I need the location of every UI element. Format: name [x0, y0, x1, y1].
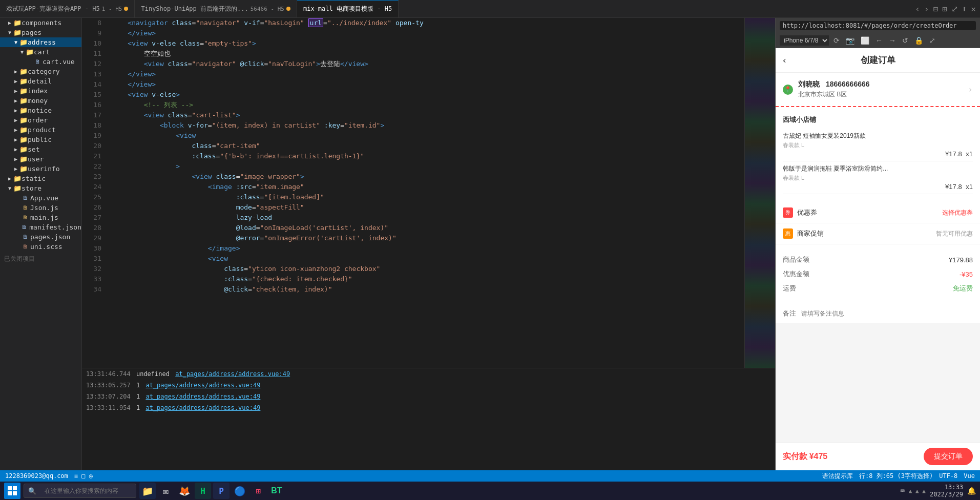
sidebar-item-store[interactable]: ▼ 📁 store	[0, 183, 81, 193]
coupon-value[interactable]: 选择优惠券	[942, 209, 973, 217]
back-btn[interactable]: ←	[874, 35, 884, 46]
taskbar-app-hbuilder[interactable]: H	[195, 483, 211, 499]
arrow-icon: ▶	[14, 108, 17, 113]
code-line-29: @error="onImageError('cartList', index)"	[112, 233, 744, 243]
sidebar-item-category[interactable]: ▶ 📁 category	[0, 67, 81, 76]
sidebar-item-product[interactable]: ▶ 📁 product	[0, 125, 81, 135]
sidebar-item-set[interactable]: ▶ 📁 set	[0, 144, 81, 154]
coupon-amount: -¥35	[960, 270, 973, 278]
split-icon[interactable]: ⊟	[933, 4, 938, 14]
sidebar-item-close-project[interactable]: 已关闭项目	[0, 252, 81, 266]
address-section[interactable]: 📍 刘晓晓 18666666666 北京市东城区 B区 ›	[776, 73, 980, 107]
editor-statusbar: 1228369023@qq.com ≡ □ ◎ 语法提示库 行:8 列:65 (…	[0, 470, 980, 482]
price-val-1: ¥17.8	[945, 150, 962, 158]
code-editor[interactable]: 8 9 10 11 12 13 14 15 16 17 18 19 20 21 …	[82, 18, 775, 470]
rotate-btn[interactable]: ⟳	[832, 35, 841, 46]
sidebar-item-money[interactable]: ▶ 📁 money	[0, 96, 81, 106]
folder-icon: 📁	[26, 48, 34, 56]
inspect-btn[interactable]: ⬜	[859, 35, 871, 46]
collapse-icon[interactable]: ⬆	[962, 4, 967, 14]
screenshot-btn[interactable]: 📷	[844, 35, 856, 46]
taskbar-app-grid[interactable]: ⊞	[250, 483, 266, 499]
sidebar-item-uni-scss[interactable]: 🗎 uni.scss	[0, 242, 81, 252]
sidebar-item-app-vue[interactable]: 🗎 App.vue	[0, 193, 81, 203]
start-button[interactable]	[4, 483, 20, 499]
code-line-27: lazy-load	[112, 213, 744, 223]
coupon-row[interactable]: 券 优惠券 选择优惠券	[776, 202, 980, 223]
sidebar-label-store: store	[22, 184, 41, 192]
forward-btn[interactable]: →	[887, 35, 898, 46]
grid-icon: ⊞	[256, 486, 261, 496]
taskbar-app-app2[interactable]: 🔵	[232, 483, 248, 499]
coupon-price-row: 优惠金额 -¥35	[783, 267, 973, 281]
taskbar-app-explorer[interactable]: 📁	[139, 483, 156, 499]
close-tab-icon[interactable]: ✕	[971, 4, 976, 14]
search-bar[interactable]: 🔍	[24, 484, 136, 498]
mail-icon: ✉	[163, 486, 169, 496]
sidebar-item-cart-vue[interactable]: 🗎 cart.vue	[0, 57, 81, 67]
file-icon: 🗎	[22, 224, 27, 231]
sidebar-item-pages-json[interactable]: 🗎 pages.json	[0, 232, 81, 242]
code-line-13: </view>	[112, 69, 744, 79]
nav-prev-icon[interactable]: ‹	[915, 4, 920, 14]
sidebar-item-cart[interactable]: ▼ 📁 cart	[0, 47, 81, 57]
firefox-icon: 🦊	[179, 486, 190, 496]
position-info: 行:8 列:65 (3字符选择)	[859, 472, 933, 481]
sidebar-item-main-js[interactable]: 🗎 main.js	[0, 213, 81, 222]
taskbar-app-jetbrains[interactable]: BT	[268, 483, 285, 499]
code-line-20: class="cart-item"	[112, 141, 744, 151]
keyboard-icon[interactable]: ⌨	[900, 487, 904, 495]
sidebar-item-order[interactable]: ▶ 📁 order	[0, 115, 81, 125]
minimap	[744, 18, 775, 368]
sidebar-item-components[interactable]: ▶ 📁 components	[0, 18, 81, 28]
file-icon: 🗎	[23, 234, 28, 240]
sidebar-item-detail[interactable]: ▶ 📁 detail	[0, 76, 81, 86]
sidebar-item-userinfo[interactable]: ▶ 📁 userinfo	[0, 164, 81, 174]
sidebar-item-notice[interactable]: ▶ 📁 notice	[0, 106, 81, 115]
remark-label: 备注	[783, 309, 796, 318]
code-line-23: <view class="image-wrapper">	[112, 172, 744, 182]
total-pay-value: ¥475	[809, 452, 828, 461]
submit-order-btn[interactable]: 提交订单	[924, 448, 973, 465]
sidebar-item-user[interactable]: ▶ 📁 user	[0, 154, 81, 164]
taskbar-app-mail[interactable]: ✉	[158, 483, 174, 499]
merchant-row[interactable]: 惠 商家促销 暂无可用优惠	[776, 223, 980, 244]
code-line-11: 空空如也	[112, 49, 744, 59]
address-name-phone: 刘晓晓 18666666666	[798, 80, 968, 89]
notification-icon[interactable]: 🔔	[967, 487, 976, 495]
tab-2[interactable]: TinyShop-UniApp 前后端开源的... 56466 - H5	[135, 0, 297, 18]
taskbar-app-pdf[interactable]: P	[213, 483, 230, 499]
sidebar-item-manifest-json[interactable]: 🗎 manifest.json	[0, 222, 81, 232]
device-select[interactable]: iPhone 6/7/8	[780, 35, 829, 46]
sidebar-label-public: public	[28, 136, 52, 143]
code-line-28: @load="onImageLoad('cartList', index)"	[112, 223, 744, 233]
remark-input[interactable]	[801, 310, 973, 317]
url-input[interactable]	[780, 21, 976, 30]
external-btn[interactable]: ⤢	[928, 35, 937, 46]
tab-3[interactable]: mix-mall 电商项目横版 - H5	[297, 0, 399, 18]
nav-next-icon[interactable]: ›	[924, 4, 929, 14]
product-name-2: 韩版于是涧涧拖鞋 夏季浴室防滑简约...	[783, 164, 973, 173]
lock-btn[interactable]: 🔒	[913, 35, 925, 46]
sidebar-item-address[interactable]: ▼ 📁 address	[0, 37, 81, 47]
refresh-btn[interactable]: ↺	[901, 35, 910, 46]
sidebar-item-pages[interactable]: ▼ 📁 pages	[0, 28, 81, 37]
sidebar-item-json-js[interactable]: 🗎 Json.js	[0, 203, 81, 213]
folder-icon: 📁	[13, 29, 22, 36]
sidebar-item-index[interactable]: ▶ 📁 index	[0, 86, 81, 96]
product-name-1: 古黛妃 短袖恤女夏装2019新款	[783, 132, 973, 140]
taskbar-search-input[interactable]	[39, 486, 132, 496]
code-content[interactable]: <navigator class="navigator" v-if="hasLo…	[108, 18, 744, 368]
tab-1[interactable]: 戏试玩APP-完渠道聚合APP - H5 1 - H5	[0, 0, 135, 18]
sidebar-item-public[interactable]: ▶ 📁 public	[0, 135, 81, 144]
taskbar-app-firefox[interactable]: 🦊	[176, 483, 193, 499]
order-back-btn[interactable]: ‹	[782, 55, 787, 66]
date-display: 2022/3/29	[930, 491, 963, 498]
sidebar-label-cart-vue: cart.vue	[43, 58, 75, 66]
sidebar-item-static[interactable]: ▶ 📁 static	[0, 174, 81, 183]
split-h-icon[interactable]: ⊞	[942, 4, 947, 14]
phone-content: ‹ 创建订单 📍 刘晓晓 18666666666 北京市东城区 B区	[776, 48, 980, 470]
bottom-section: 13:31:46.744 undefined at_pages/address/…	[82, 368, 775, 470]
code-line-33: :class="{checked: item.checked}"	[112, 274, 744, 284]
expand-icon[interactable]: ⤢	[951, 4, 958, 14]
